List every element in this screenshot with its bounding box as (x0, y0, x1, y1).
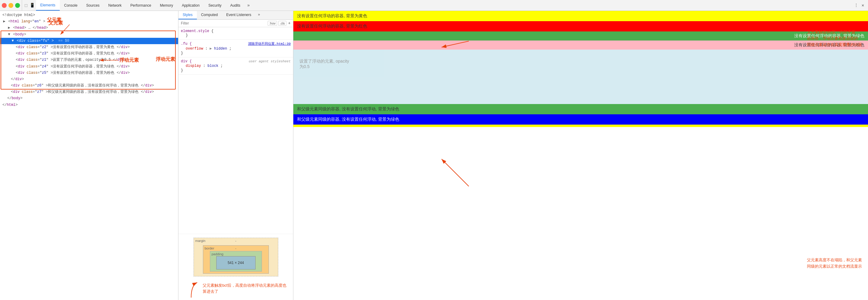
html-line-body-close: </body> (0, 95, 178, 101)
bcf-arrow-svg (182, 279, 200, 298)
inspect-icon[interactable]: ⬚ (23, 3, 29, 8)
preview-content: 没有设置任何浮动的容器, 背景为黄色 没有设置任何浮动的容器, 背景为红色 没有… (293, 11, 868, 300)
elements-panel: <!doctype html> ▶ <html lang="en" > ▶ <h… (0, 11, 179, 300)
style-block-element: element.style { } (179, 27, 293, 40)
cls-badge[interactable]: .cls (278, 21, 286, 26)
preview-red-bar: 没有设置任何浮动的容器, 背景为红色 (293, 21, 868, 31)
html-line-doctype: <!doctype html> (0, 12, 178, 19)
style-selector-element: element.style { (181, 29, 291, 33)
tab-computed[interactable]: Computed (197, 11, 222, 19)
div-selector-row: div { user agent stylesheet (181, 59, 291, 63)
border-label: border (205, 246, 214, 250)
devtools-actions: ⋮ ✕ (851, 3, 868, 8)
fu-selector: .fu { (181, 42, 192, 46)
tab-event-listeners[interactable]: Event Listeners (222, 11, 255, 19)
close-button[interactable] (2, 3, 7, 8)
styles-tabs: Styles Computed Event Listeners » (179, 11, 293, 20)
styles-content: element.style { } .fu { 清除浮动不同位置.html:39… (179, 27, 293, 234)
filter-input[interactable] (181, 21, 266, 25)
div-selector: div { (181, 59, 192, 63)
styles-panel: Styles Computed Event Listeners » :hov .… (179, 11, 293, 300)
html-line-body[interactable]: ▼ <body> (0, 31, 178, 38)
tab-security[interactable]: Security (204, 0, 226, 10)
html-line-z6[interactable]: <div class="z6" >和父级元素同级的容器，没有设置任何浮动，背景为… (0, 83, 178, 89)
tab-network[interactable]: Network (104, 0, 126, 10)
html-line-head[interactable]: ▶ <head> … </head> (0, 25, 178, 31)
html-line-html-close: </html> (0, 102, 178, 108)
html-line-z7[interactable]: <div class="z7" >和父级元素同级的容器，没有设置任何浮动，背景为… (0, 89, 178, 95)
fu-selector-row: .fu { 清除浮动不同位置.html:39 (181, 41, 291, 46)
devtools-main: <!doctype html> ▶ <html lang="en" > ▶ <h… (0, 11, 868, 300)
tab-styles-more[interactable]: » (255, 11, 262, 19)
preview-yellow-bar: 没有设置任何浮动的容器, 背景为黄色 (293, 11, 868, 21)
margin-layer: margin - border - padding 541 × 244 (193, 238, 278, 276)
preview-pink-header: 没有设置任何浮动的容器, 背景为粉色 (293, 40, 868, 50)
filter-bar: :hov .cls + (179, 20, 293, 27)
devtools-topbar: ⬚ 📱 Elements Console Sources Network Per… (0, 0, 868, 11)
html-line-z5[interactable]: <div class="z5" >没有设置任何浮动的容器，背景为粉色 </div… (0, 70, 178, 76)
maximize-button[interactable] (15, 3, 20, 8)
preview-sibling-green1: 和父级元素同级的容器, 没有设置任何浮动, 背景为绿色 (293, 104, 868, 114)
hov-badge[interactable]: :hov (268, 21, 277, 26)
toolbar-icons: ⬚ 📱 (22, 3, 36, 8)
close-devtools-icon[interactable]: ✕ (860, 3, 866, 8)
html-line-div-close: </div> (0, 76, 178, 83)
html-line-z4[interactable]: <div class="z4" >没有设置任何浮动的容器，背景为绿色 </div… (0, 63, 178, 70)
more-options-icon[interactable]: ⋮ (854, 3, 859, 8)
html-line-html[interactable]: ▶ <html lang="en" > (0, 19, 178, 25)
preview-opacity-label: 设置了浮动的元素, opacity 为0.5 (300, 59, 349, 69)
preview-sibling-blue: 和父级元素同级的容器, 没有设置任何浮动, 背景为绿色 (293, 114, 868, 125)
margin-label: margin (195, 239, 206, 243)
style-block-fu: .fu { 清除浮动不同位置.html:39 overflow : ▶ hidd… (179, 40, 293, 57)
html-line-z1[interactable]: <div class="z1" >设置了浮动的元素，opacity为0.5 </… (0, 57, 178, 63)
fu-source-link[interactable]: 清除浮动不同位置.html:39 (248, 41, 291, 46)
tab-performance[interactable]: Performance (126, 0, 156, 10)
filter-badges: :hov .cls (268, 21, 286, 26)
div-display-prop: display : block ; (181, 63, 291, 68)
content-box: 541 × 244 (216, 256, 255, 269)
padding-layer: padding 541 × 244 (210, 251, 262, 272)
ua-stylesheet-label: user agent stylesheet (249, 60, 291, 63)
padding-label: padding (212, 252, 223, 256)
tab-elements[interactable]: Elements (36, 0, 60, 10)
add-style-rule[interactable]: + (288, 21, 291, 26)
html-line-div-fu[interactable]: ▼ <div class="fu" > == $0 (0, 38, 178, 44)
margin-top-val: - (235, 239, 237, 243)
preview-float-container: 设置了浮动的元素, opacity 为0.5 (293, 50, 868, 104)
border-layer: border - padding 541 × 244 (203, 245, 269, 274)
tab-console[interactable]: Console (60, 0, 82, 10)
tab-sources[interactable]: Sources (82, 0, 104, 10)
bcf-text: 父元素触发bcf后，高度自动将浮动元素的高度也算进去了 (203, 282, 289, 294)
tab-application[interactable]: Application (178, 0, 204, 10)
devtools-tabs: Elements Console Sources Network Perform… (36, 0, 851, 10)
bcf-annotation: 父元素触发bcf后，高度自动将浮动元素的高度也算进去了 (182, 282, 289, 298)
preview-panel-wrapper: 没有设置任何浮动的容器, 背景为黄色 没有设置任何浮动的容器, 背景为红色 没有… (293, 11, 868, 300)
html-line-z3[interactable]: <div class="z3" >没有设置任何浮动的容器，背景为红色 </div… (0, 51, 178, 57)
box-model-annotation: 父元素触发bcf后，高度自动将浮动元素的高度也算进去了 (179, 280, 293, 300)
html-line-z2[interactable]: <div class="z2" >没有设置任何浮动的容器，背景为黄色 </div… (0, 44, 178, 51)
fu-overflow-prop: overflow : ▶ hidden ; (181, 46, 291, 51)
content-dimensions: 541 × 244 (228, 261, 244, 265)
tabs-more[interactable]: » (245, 0, 252, 10)
box-model: margin - border - padding 541 × 244 (193, 238, 278, 276)
device-icon[interactable]: 📱 (29, 3, 35, 8)
border-top-val: - (235, 246, 237, 250)
style-block-div: div { user agent stylesheet display : bl… (179, 57, 293, 75)
devtools-icons (0, 0, 22, 10)
tab-memory[interactable]: Memory (156, 0, 178, 10)
preview-sibling-yellow (293, 125, 868, 127)
elements-content: <!doctype html> ▶ <html lang="en" > ▶ <h… (0, 11, 178, 300)
tab-styles[interactable]: Styles (179, 11, 197, 19)
preview-panel: 没有设置任何浮动的容器, 背景为黄色 没有设置任何浮动的容器, 背景为红色 没有… (293, 11, 868, 300)
minimize-button[interactable] (8, 3, 13, 8)
preview-green-header: 没有设置任何浮动的容器, 背景为绿色 (293, 31, 868, 40)
box-model-container: margin - border - padding 541 × 244 (179, 234, 293, 280)
tab-audits[interactable]: Audits (226, 0, 245, 10)
